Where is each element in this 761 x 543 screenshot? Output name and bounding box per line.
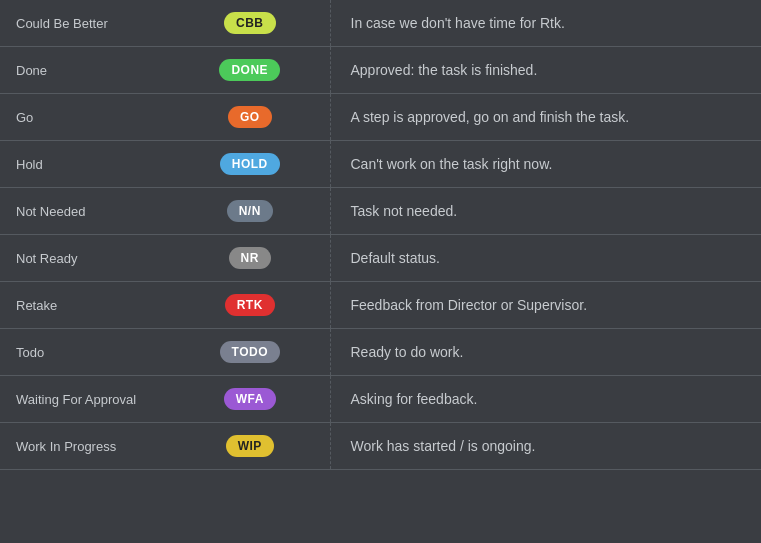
- table-row: Not Needed N/N Task not needed.: [0, 188, 761, 235]
- status-description: Can't work on the task right now.: [330, 141, 761, 188]
- status-badge: NR: [229, 247, 271, 269]
- status-name: Not Needed: [0, 188, 170, 235]
- status-name: Could Be Better: [0, 0, 170, 47]
- status-name: Done: [0, 47, 170, 94]
- status-description: Asking for feedback.: [330, 376, 761, 423]
- status-badge: N/N: [227, 200, 273, 222]
- status-badge-cell: RTK: [170, 282, 330, 329]
- status-description: Default status.: [330, 235, 761, 282]
- status-name: Todo: [0, 329, 170, 376]
- status-badge-cell: NR: [170, 235, 330, 282]
- status-badge-cell: TODO: [170, 329, 330, 376]
- status-description: Work has started / is ongoing.: [330, 423, 761, 470]
- status-name: Work In Progress: [0, 423, 170, 470]
- status-badge-cell: N/N: [170, 188, 330, 235]
- status-description: Approved: the task is finished.: [330, 47, 761, 94]
- status-name: Go: [0, 94, 170, 141]
- table-row: Retake RTK Feedback from Director or Sup…: [0, 282, 761, 329]
- status-badge-cell: GO: [170, 94, 330, 141]
- status-badge-cell: CBB: [170, 0, 330, 47]
- status-table: Could Be Better CBB In case we don't hav…: [0, 0, 761, 470]
- status-badge-cell: DONE: [170, 47, 330, 94]
- status-name: Not Ready: [0, 235, 170, 282]
- status-name: Retake: [0, 282, 170, 329]
- status-badge: DONE: [219, 59, 280, 81]
- status-badge: TODO: [220, 341, 280, 363]
- status-badge: WIP: [226, 435, 274, 457]
- status-description: Feedback from Director or Supervisor.: [330, 282, 761, 329]
- status-badge-cell: WFA: [170, 376, 330, 423]
- status-badge-cell: HOLD: [170, 141, 330, 188]
- status-badge: HOLD: [220, 153, 280, 175]
- status-description: In case we don't have time for Rtk.: [330, 0, 761, 47]
- status-description: A step is approved, go on and finish the…: [330, 94, 761, 141]
- table-row: Work In Progress WIP Work has started / …: [0, 423, 761, 470]
- status-name: Hold: [0, 141, 170, 188]
- table-row: Done DONE Approved: the task is finished…: [0, 47, 761, 94]
- status-badge: GO: [228, 106, 272, 128]
- table-row: Todo TODO Ready to do work.: [0, 329, 761, 376]
- table-row: Could Be Better CBB In case we don't hav…: [0, 0, 761, 47]
- status-description: Ready to do work.: [330, 329, 761, 376]
- status-name: Waiting For Approval: [0, 376, 170, 423]
- table-row: Not Ready NR Default status.: [0, 235, 761, 282]
- status-description: Task not needed.: [330, 188, 761, 235]
- status-badge-cell: WIP: [170, 423, 330, 470]
- status-badge: CBB: [224, 12, 276, 34]
- table-row: Hold HOLD Can't work on the task right n…: [0, 141, 761, 188]
- status-badge: RTK: [225, 294, 275, 316]
- table-row: Waiting For Approval WFA Asking for feed…: [0, 376, 761, 423]
- status-badge: WFA: [224, 388, 276, 410]
- table-row: Go GO A step is approved, go on and fini…: [0, 94, 761, 141]
